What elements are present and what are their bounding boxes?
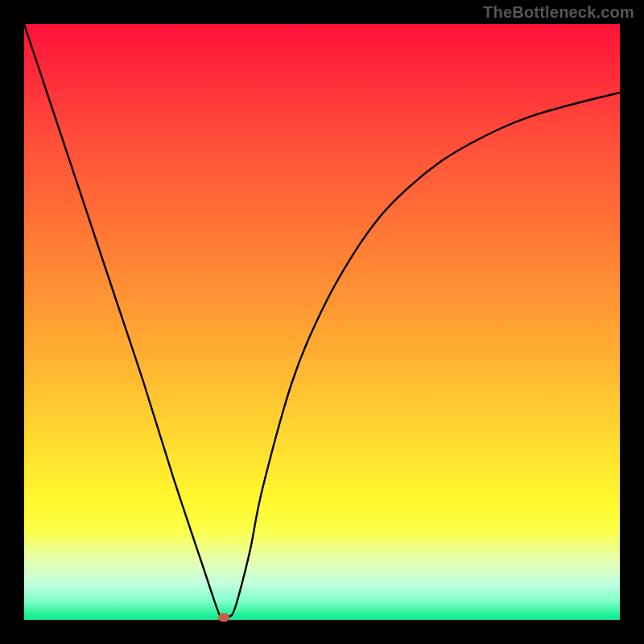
plot-area — [24, 24, 620, 620]
bottleneck-curve-svg — [24, 24, 620, 620]
optimal-point-marker — [218, 613, 229, 622]
bottleneck-curve-path — [24, 24, 620, 618]
watermark-text: TheBottleneck.com — [483, 3, 634, 22]
chart-frame: TheBottleneck.com — [0, 0, 644, 644]
